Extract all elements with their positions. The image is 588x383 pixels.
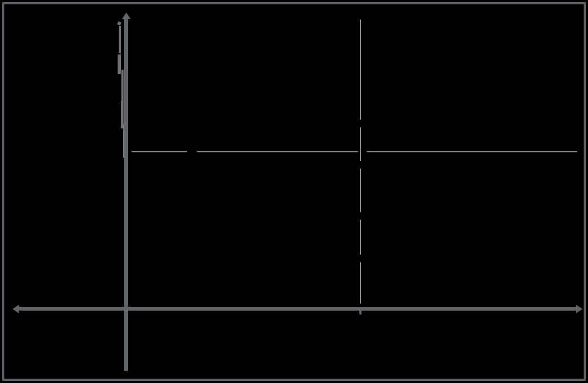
curve-segment <box>121 70 124 102</box>
x-axis-arrow-right-icon <box>576 305 583 313</box>
y-axis <box>124 17 128 371</box>
y-axis-arrow-up-icon <box>122 13 131 19</box>
crosshair-v-break <box>359 255 362 262</box>
curve-segment <box>118 54 121 75</box>
crosshair-horizontal <box>132 151 577 152</box>
crosshair-v-break <box>359 120 362 127</box>
crosshair-h-break-2 <box>187 150 197 153</box>
crosshair-v-break <box>359 212 362 220</box>
crosshair-v-break <box>359 161 362 169</box>
x-axis-tick <box>359 309 362 314</box>
x-axis-arrow-left-icon <box>13 305 19 313</box>
plot-frame <box>2 2 586 381</box>
curve-segment <box>119 26 121 53</box>
x-axis <box>17 307 579 311</box>
curve-segment <box>117 21 121 26</box>
curve-segment <box>123 124 125 158</box>
